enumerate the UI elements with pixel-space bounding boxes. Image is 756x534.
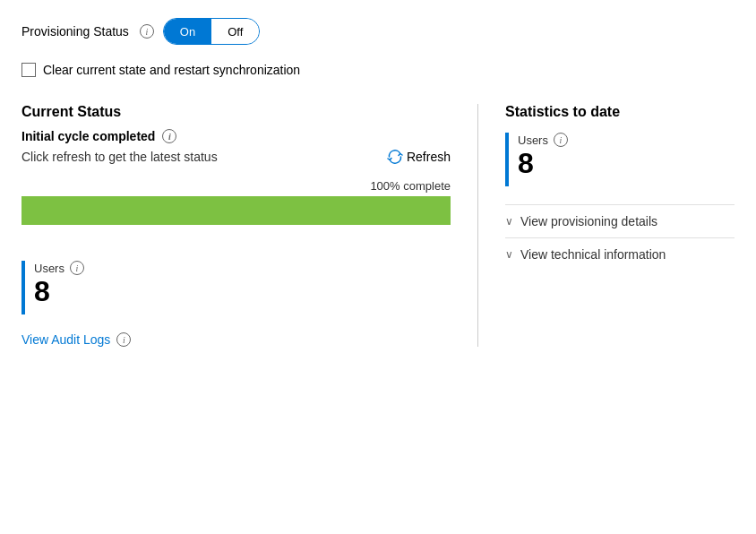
users-info-icon[interactable]: i: [70, 261, 84, 275]
stats-users-label: Users: [518, 134, 548, 147]
initial-cycle-row: Initial cycle completed i: [21, 129, 451, 143]
refresh-row: Click refresh to get the latest status R…: [21, 149, 451, 165]
view-provisioning-details-label: View provisioning details: [520, 214, 657, 228]
users-content: Users i 8: [34, 261, 84, 306]
provisioning-status-row: Provisioning Status i On Off: [21, 18, 735, 45]
initial-cycle-info-icon[interactable]: i: [162, 129, 176, 143]
toggle-on-button[interactable]: On: [164, 19, 211, 44]
provisioning-info-icon[interactable]: i: [140, 24, 154, 39]
view-audit-row: View Audit Logs i: [21, 332, 451, 347]
view-technical-info-row[interactable]: ∨ View technical information: [505, 237, 735, 271]
stats-blue-bar: [505, 133, 509, 186]
audit-info-icon[interactable]: i: [116, 332, 131, 347]
refresh-icon: [387, 149, 403, 165]
stats-users-label-row: Users i: [518, 133, 568, 147]
current-status-title: Current Status: [21, 104, 451, 120]
refresh-button[interactable]: Refresh: [387, 149, 451, 165]
progress-bar-background: [21, 196, 451, 225]
stats-users-info-icon[interactable]: i: [554, 133, 568, 147]
provisioning-label: Provisioning Status: [21, 24, 129, 39]
statistics-title: Statistics to date: [505, 104, 735, 120]
users-count: 8: [34, 277, 84, 306]
toggle-off-button[interactable]: Off: [211, 19, 259, 44]
progress-section: 100% complete: [21, 179, 451, 225]
statistics-users-section: Users i 8: [505, 133, 735, 186]
left-column: Current Status Initial cycle completed i…: [21, 104, 478, 347]
users-label: Users: [34, 262, 64, 275]
main-content: Current Status Initial cycle completed i…: [21, 104, 735, 347]
users-label-row: Users i: [34, 261, 84, 275]
clear-state-checkbox[interactable]: [21, 63, 36, 77]
checkbox-row[interactable]: Clear current state and restart synchron…: [21, 63, 735, 77]
provisioning-chevron-icon: ∨: [505, 215, 513, 228]
stats-users-count: 8: [518, 149, 568, 177]
right-column: Statistics to date Users i 8 ∨ View prov…: [478, 104, 735, 347]
refresh-hint-text: Click refresh to get the latest status: [21, 150, 218, 164]
refresh-label: Refresh: [407, 150, 451, 164]
progress-label: 100% complete: [21, 179, 451, 193]
view-technical-info-label: View technical information: [520, 247, 666, 262]
stats-users-content: Users i 8: [518, 133, 568, 177]
bottom-users-section: Users i 8: [21, 261, 451, 314]
clear-state-label: Clear current state and restart synchron…: [43, 63, 300, 77]
users-blue-bar: [21, 261, 25, 314]
view-provisioning-details-row[interactable]: ∨ View provisioning details: [505, 204, 735, 237]
bottom-left-section: Users i 8 View Audit Logs i: [21, 261, 451, 347]
progress-bar-fill: [21, 196, 451, 225]
technical-chevron-icon: ∨: [505, 248, 513, 261]
provisioning-toggle[interactable]: On Off: [163, 18, 260, 45]
initial-cycle-label: Initial cycle completed: [21, 129, 155, 143]
view-audit-logs-link[interactable]: View Audit Logs: [21, 332, 110, 347]
